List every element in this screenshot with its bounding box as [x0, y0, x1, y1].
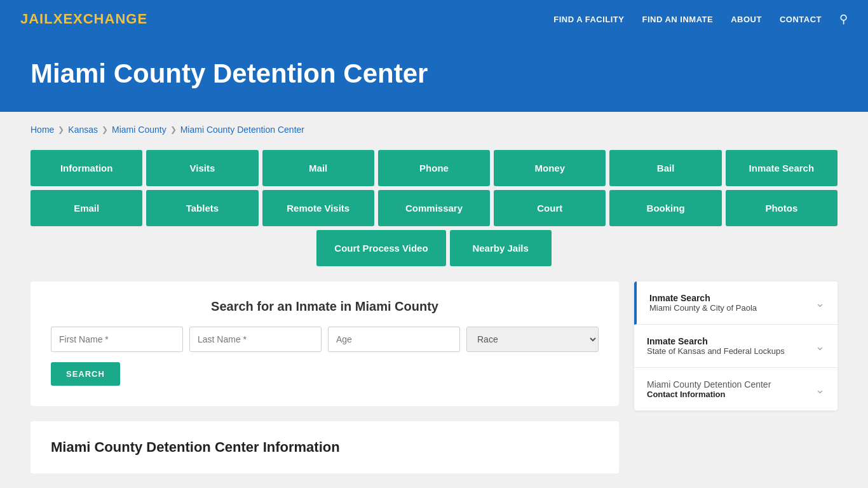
btn-phone[interactable]: Phone: [378, 150, 490, 186]
btn-commissary[interactable]: Commissary: [378, 190, 490, 226]
race-select[interactable]: Race: [466, 327, 599, 352]
sidebar-label-3-main: Miami County Detention Center: [647, 379, 771, 390]
btn-court[interactable]: Court: [494, 190, 606, 226]
chevron-icon-3: ⌄: [815, 383, 825, 396]
main-columns: Search for an Inmate in Miami County Rac…: [31, 281, 837, 473]
search-icon[interactable]: ⚲: [839, 12, 848, 26]
btn-tablets[interactable]: Tablets: [146, 190, 258, 226]
breadcrumb-sep-2: ❯: [102, 125, 108, 134]
breadcrumb: Home ❯ Kansas ❯ Miami County ❯ Miami Cou…: [31, 125, 837, 135]
sidebar-item-inmate-search-miami[interactable]: Inmate Search Miami County & City of Pao…: [634, 281, 837, 325]
sidebar-label-3-sub: Contact Information: [647, 390, 771, 399]
chevron-icon-1: ⌄: [815, 296, 825, 310]
btn-remote-visits[interactable]: Remote Visits: [262, 190, 374, 226]
btn-inmate-search[interactable]: Inmate Search: [726, 150, 837, 186]
right-sidebar: Inmate Search Miami County & City of Pao…: [634, 281, 837, 410]
btn-photos[interactable]: Photos: [726, 190, 837, 226]
btn-email[interactable]: Email: [31, 190, 142, 226]
btn-court-process-video[interactable]: Court Process Video: [316, 230, 445, 266]
info-title: Miami County Detention Center Informatio…: [51, 439, 599, 456]
last-name-input[interactable]: [189, 327, 322, 352]
chevron-icon-2: ⌄: [815, 339, 825, 353]
logo-jail: JAIL: [20, 11, 53, 27]
search-fields: Race: [51, 327, 599, 352]
button-grid-row1: Information Visits Mail Phone Money Bail…: [31, 150, 837, 186]
breadcrumb-current: Miami County Detention Center: [180, 125, 304, 135]
search-title: Search for an Inmate in Miami County: [51, 299, 599, 314]
nav-contact[interactable]: CONTACT: [780, 15, 822, 24]
sidebar-item-inmate-search-kansas[interactable]: Inmate Search State of Kansas and Federa…: [634, 325, 837, 368]
sidebar-label-1-sub: Miami County & City of Paola: [649, 303, 757, 313]
first-name-input[interactable]: [51, 327, 183, 352]
inmate-search-box: Search for an Inmate in Miami County Rac…: [31, 281, 619, 406]
navbar: JAILXEXCHANGE FIND A FACILITY FIND AN IN…: [0, 0, 868, 38]
btn-visits[interactable]: Visits: [146, 150, 258, 186]
hero-section: Miami County Detention Center: [0, 38, 868, 112]
left-column: Search for an Inmate in Miami County Rac…: [31, 281, 619, 473]
nav-about[interactable]: ABOUT: [731, 15, 762, 24]
sidebar-item-contact-info[interactable]: Miami County Detention Center Contact In…: [634, 368, 837, 410]
breadcrumb-home[interactable]: Home: [31, 125, 54, 135]
breadcrumb-sep-3: ❯: [170, 125, 177, 134]
breadcrumb-kansas[interactable]: Kansas: [68, 125, 98, 135]
breadcrumb-miami-county[interactable]: Miami County: [112, 125, 166, 135]
btn-mail[interactable]: Mail: [262, 150, 374, 186]
sidebar-label-2-sub: State of Kansas and Federal Lockups: [647, 346, 785, 356]
button-grid-row2: Email Tablets Remote Visits Commissary C…: [31, 190, 837, 226]
age-input[interactable]: [328, 327, 460, 352]
btn-booking[interactable]: Booking: [609, 190, 721, 226]
sidebar-card: Inmate Search Miami County & City of Pao…: [634, 281, 837, 410]
search-button[interactable]: SEARCH: [51, 362, 120, 386]
btn-bail[interactable]: Bail: [609, 150, 721, 186]
sidebar-label-2-main: Inmate Search: [647, 336, 785, 346]
logo-exchange: EXCHANGE: [63, 11, 147, 27]
btn-information[interactable]: Information: [31, 150, 142, 186]
logo-x: X: [53, 11, 64, 27]
page-title: Miami County Detention Center: [31, 58, 837, 89]
info-section: Miami County Detention Center Informatio…: [31, 421, 619, 473]
site-logo: JAILXEXCHANGE: [20, 11, 147, 27]
btn-money[interactable]: Money: [494, 150, 606, 186]
breadcrumb-sep-1: ❯: [58, 125, 64, 134]
btn-nearby-jails[interactable]: Nearby Jails: [450, 230, 552, 266]
button-grid-row3: Court Process Video Nearby Jails: [31, 230, 837, 266]
sidebar-label-1-main: Inmate Search: [649, 293, 757, 303]
nav-links: FIND A FACILITY FIND AN INMATE ABOUT CON…: [553, 12, 848, 26]
nav-find-facility[interactable]: FIND A FACILITY: [553, 15, 624, 24]
content-area: Home ❯ Kansas ❯ Miami County ❯ Miami Cou…: [0, 112, 868, 488]
nav-find-inmate[interactable]: FIND AN INMATE: [642, 15, 713, 24]
